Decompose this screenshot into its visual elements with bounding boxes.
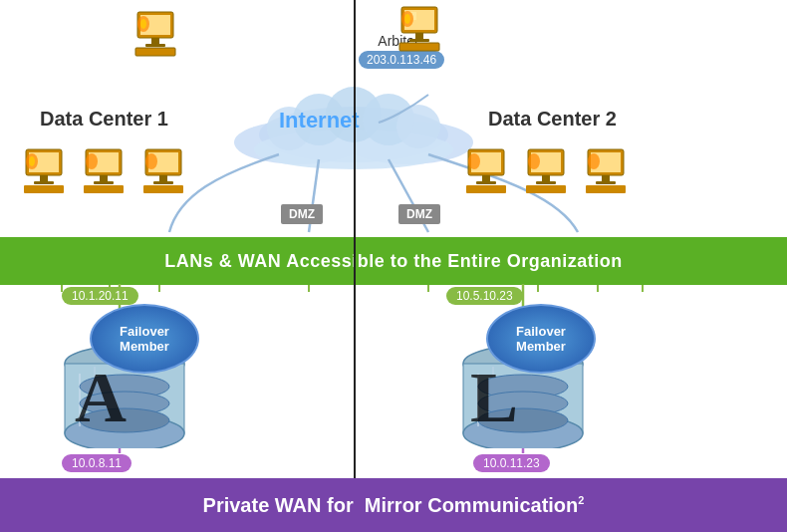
svg-rect-53: [482, 175, 490, 181]
svg-rect-60: [536, 181, 556, 184]
svg-rect-47: [159, 175, 167, 181]
left-failover-text: FailoverMember: [120, 324, 169, 354]
svg-rect-20: [409, 39, 429, 42]
svg-point-31: [140, 19, 146, 29]
dmz-right-label: DMZ: [406, 207, 432, 221]
svg-point-24: [404, 14, 410, 24]
svg-rect-28: [145, 44, 165, 47]
left-ip-bottom-text: 10.0.8.11: [72, 456, 122, 470]
left-ip-bottom: 10.0.8.11: [62, 454, 131, 472]
svg-rect-48: [153, 181, 173, 184]
lan-wan-bar: LANs & WAN Accessible to the Entire Orga…: [0, 237, 787, 285]
svg-rect-59: [542, 175, 550, 181]
svg-rect-43: [84, 185, 124, 193]
private-wan-left: Private WAN for: [203, 494, 354, 516]
svg-rect-54: [476, 181, 496, 184]
private-wan-superscript: 2: [578, 494, 584, 506]
internet-label: Internet: [279, 108, 360, 133]
dc1-top-computer: [130, 10, 181, 62]
svg-point-38: [29, 156, 35, 166]
left-letter: A: [75, 357, 127, 439]
svg-point-7: [363, 94, 414, 145]
svg-rect-42: [94, 181, 114, 184]
svg-rect-61: [526, 185, 566, 193]
dc1-computers: [18, 147, 189, 195]
right-letter-text: L: [470, 358, 518, 437]
dc1-text: Data Center 1: [40, 108, 168, 130]
diagram: Arbiter1 203.0.113.46 Data Center 1 Inte…: [0, 0, 787, 532]
lan-bar-text: LANs & WAN Accessible to the Entire Orga…: [164, 251, 622, 272]
svg-rect-27: [151, 38, 159, 44]
svg-rect-55: [466, 185, 506, 193]
svg-rect-67: [586, 185, 626, 193]
divider-line: [354, 0, 356, 478]
svg-rect-36: [24, 185, 64, 193]
dc2-text: Data Center 2: [488, 108, 617, 130]
svg-rect-29: [135, 48, 175, 56]
svg-point-62: [528, 153, 540, 169]
svg-rect-19: [415, 33, 423, 39]
dmz-left: DMZ: [281, 204, 323, 224]
svg-point-8: [396, 105, 440, 148]
computer-svg: [394, 5, 445, 53]
svg-point-2: [344, 121, 473, 164]
svg-point-44: [86, 153, 98, 169]
internet-text: Internet: [279, 108, 360, 133]
svg-rect-41: [100, 175, 108, 181]
svg-point-56: [468, 153, 480, 169]
private-wan-right: Mirror Communication: [365, 494, 578, 516]
svg-rect-49: [143, 185, 183, 193]
private-wan-bar: Private WAN for Mirror Communication2: [0, 478, 787, 532]
svg-rect-34: [40, 175, 48, 181]
right-failover-text: FailoverMember: [516, 324, 566, 354]
svg-point-50: [145, 153, 157, 169]
left-ip-top: 10.1.20.11: [62, 287, 138, 305]
svg-rect-65: [602, 175, 610, 181]
svg-point-68: [588, 153, 600, 169]
arbiter-computer: [394, 5, 445, 57]
dc2-computers: [460, 147, 632, 195]
svg-rect-21: [399, 43, 439, 51]
svg-rect-66: [596, 181, 616, 184]
right-ip-top: 10.5.10.23: [446, 287, 523, 305]
dc1-label: Data Center 1: [40, 108, 168, 131]
right-ip-top-text: 10.5.10.23: [456, 289, 513, 303]
left-ip-top-text: 10.1.20.11: [72, 289, 129, 303]
right-ip-bottom-text: 10.0.11.23: [483, 456, 540, 470]
left-letter-text: A: [75, 358, 127, 437]
dc2-label: Data Center 2: [488, 108, 617, 131]
svg-rect-35: [34, 181, 54, 184]
dmz-left-label: DMZ: [289, 207, 315, 221]
dmz-right: DMZ: [398, 204, 440, 224]
private-wan-left-text: Private WAN for Mirror Communication2: [203, 494, 585, 517]
right-ip-bottom: 10.0.11.23: [473, 454, 550, 472]
right-letter: L: [470, 357, 518, 439]
